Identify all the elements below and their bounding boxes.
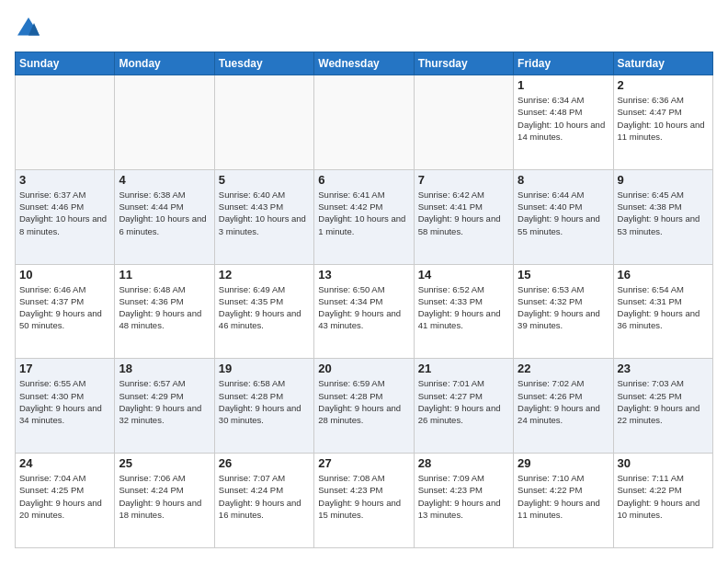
day-info: Sunrise: 7:03 AM Sunset: 4:25 PM Dayligh… [618,377,709,426]
page: SundayMondayTuesdayWednesdayThursdayFrid… [0,0,728,563]
day-info: Sunrise: 7:07 AM Sunset: 4:24 PM Dayligh… [219,472,310,521]
calendar-cell [314,75,414,170]
day-info: Sunrise: 7:02 AM Sunset: 4:26 PM Dayligh… [518,377,609,426]
header [15,15,713,42]
calendar-cell: 28Sunrise: 7:09 AM Sunset: 4:23 PM Dayli… [414,454,513,548]
day-number: 2 [618,78,709,92]
calendar-week-row: 24Sunrise: 7:04 AM Sunset: 4:25 PM Dayli… [16,454,713,548]
day-number: 19 [219,362,310,375]
calendar-cell [16,75,115,170]
day-info: Sunrise: 6:50 AM Sunset: 4:34 PM Dayligh… [318,283,409,332]
day-info: Sunrise: 6:55 AM Sunset: 4:30 PM Dayligh… [19,377,110,426]
calendar-header-row: SundayMondayTuesdayWednesdayThursdayFrid… [16,52,713,75]
day-number: 1 [518,78,609,92]
day-number: 28 [418,456,509,470]
day-number: 26 [219,456,310,470]
day-info: Sunrise: 7:08 AM Sunset: 4:23 PM Dayligh… [318,472,409,521]
calendar-cell: 23Sunrise: 7:03 AM Sunset: 4:25 PM Dayli… [613,359,712,454]
calendar-cell: 21Sunrise: 7:01 AM Sunset: 4:27 PM Dayli… [414,359,513,454]
day-number: 7 [418,173,509,187]
day-number: 13 [318,268,409,282]
day-number: 22 [518,362,609,375]
calendar-cell: 22Sunrise: 7:02 AM Sunset: 4:26 PM Dayli… [514,359,613,454]
day-info: Sunrise: 6:49 AM Sunset: 4:35 PM Dayligh… [219,283,310,332]
calendar-cell: 13Sunrise: 6:50 AM Sunset: 4:34 PM Dayli… [314,264,414,359]
day-info: Sunrise: 6:36 AM Sunset: 4:47 PM Dayligh… [618,94,709,143]
day-info: Sunrise: 7:11 AM Sunset: 4:22 PM Dayligh… [618,472,709,521]
day-number: 3 [19,173,110,187]
calendar-week-row: 1Sunrise: 6:34 AM Sunset: 4:48 PM Daylig… [16,75,713,170]
day-info: Sunrise: 6:42 AM Sunset: 4:41 PM Dayligh… [418,189,509,237]
day-number: 25 [119,456,210,470]
calendar-header-cell: Sunday [16,52,115,75]
calendar-cell: 30Sunrise: 7:11 AM Sunset: 4:22 PM Dayli… [613,454,712,548]
day-number: 20 [318,362,409,375]
calendar-cell: 19Sunrise: 6:58 AM Sunset: 4:28 PM Dayli… [214,359,313,454]
calendar-cell: 25Sunrise: 7:06 AM Sunset: 4:24 PM Dayli… [115,454,214,548]
calendar-header-cell: Wednesday [314,52,414,75]
calendar-cell: 27Sunrise: 7:08 AM Sunset: 4:23 PM Dayli… [314,454,414,548]
calendar-cell: 10Sunrise: 6:46 AM Sunset: 4:37 PM Dayli… [16,264,115,359]
day-number: 17 [19,362,110,375]
day-number: 14 [418,268,509,282]
calendar-cell: 2Sunrise: 6:36 AM Sunset: 4:47 PM Daylig… [613,75,712,170]
day-number: 23 [618,362,709,375]
calendar-cell [214,75,313,170]
day-number: 12 [219,268,310,282]
day-number: 27 [318,456,409,470]
logo [15,15,46,42]
day-number: 29 [518,456,609,470]
logo-icon [15,15,42,42]
calendar-header-cell: Friday [514,52,613,75]
day-number: 5 [219,173,310,187]
day-number: 8 [518,173,609,187]
calendar-cell: 3Sunrise: 6:37 AM Sunset: 4:46 PM Daylig… [16,169,115,264]
day-number: 21 [418,362,509,375]
calendar-cell: 29Sunrise: 7:10 AM Sunset: 4:22 PM Dayli… [514,454,613,548]
day-number: 30 [618,456,709,470]
calendar-cell: 16Sunrise: 6:54 AM Sunset: 4:31 PM Dayli… [613,264,712,359]
day-info: Sunrise: 6:54 AM Sunset: 4:31 PM Dayligh… [618,283,709,332]
day-info: Sunrise: 6:45 AM Sunset: 4:38 PM Dayligh… [618,189,709,237]
day-info: Sunrise: 7:09 AM Sunset: 4:23 PM Dayligh… [418,472,509,521]
calendar-cell: 24Sunrise: 7:04 AM Sunset: 4:25 PM Dayli… [16,454,115,548]
calendar-cell: 17Sunrise: 6:55 AM Sunset: 4:30 PM Dayli… [16,359,115,454]
day-number: 9 [618,173,709,187]
calendar-cell: 14Sunrise: 6:52 AM Sunset: 4:33 PM Dayli… [414,264,513,359]
day-info: Sunrise: 6:58 AM Sunset: 4:28 PM Dayligh… [219,377,310,426]
calendar-cell: 7Sunrise: 6:42 AM Sunset: 4:41 PM Daylig… [414,169,513,264]
calendar-cell [414,75,513,170]
calendar-cell: 26Sunrise: 7:07 AM Sunset: 4:24 PM Dayli… [214,454,313,548]
calendar-cell: 6Sunrise: 6:41 AM Sunset: 4:42 PM Daylig… [314,169,414,264]
calendar-header-cell: Tuesday [214,52,313,75]
day-info: Sunrise: 7:01 AM Sunset: 4:27 PM Dayligh… [418,377,509,426]
calendar-week-row: 10Sunrise: 6:46 AM Sunset: 4:37 PM Dayli… [16,264,713,359]
day-info: Sunrise: 6:40 AM Sunset: 4:43 PM Dayligh… [219,189,310,237]
calendar-table: SundayMondayTuesdayWednesdayThursdayFrid… [15,52,713,548]
calendar-cell: 9Sunrise: 6:45 AM Sunset: 4:38 PM Daylig… [613,169,712,264]
calendar-cell [115,75,214,170]
day-number: 6 [318,173,409,187]
calendar-week-row: 17Sunrise: 6:55 AM Sunset: 4:30 PM Dayli… [16,359,713,454]
calendar-week-row: 3Sunrise: 6:37 AM Sunset: 4:46 PM Daylig… [16,169,713,264]
calendar-header-cell: Thursday [414,52,513,75]
day-info: Sunrise: 7:04 AM Sunset: 4:25 PM Dayligh… [19,472,110,521]
day-info: Sunrise: 6:44 AM Sunset: 4:40 PM Dayligh… [518,189,609,237]
calendar-cell: 5Sunrise: 6:40 AM Sunset: 4:43 PM Daylig… [214,169,313,264]
calendar-cell: 12Sunrise: 6:49 AM Sunset: 4:35 PM Dayli… [214,264,313,359]
day-number: 18 [119,362,210,375]
day-number: 4 [119,173,210,187]
calendar-cell: 20Sunrise: 6:59 AM Sunset: 4:28 PM Dayli… [314,359,414,454]
day-info: Sunrise: 7:10 AM Sunset: 4:22 PM Dayligh… [518,472,609,521]
day-info: Sunrise: 6:37 AM Sunset: 4:46 PM Dayligh… [19,189,110,237]
calendar-cell: 4Sunrise: 6:38 AM Sunset: 4:44 PM Daylig… [115,169,214,264]
day-info: Sunrise: 6:59 AM Sunset: 4:28 PM Dayligh… [318,377,409,426]
day-info: Sunrise: 6:48 AM Sunset: 4:36 PM Dayligh… [119,283,210,332]
day-number: 15 [518,268,609,282]
day-number: 11 [119,268,210,282]
day-info: Sunrise: 6:53 AM Sunset: 4:32 PM Dayligh… [518,283,609,332]
day-info: Sunrise: 6:41 AM Sunset: 4:42 PM Dayligh… [318,189,409,237]
calendar-cell: 1Sunrise: 6:34 AM Sunset: 4:48 PM Daylig… [514,75,613,170]
calendar-header-cell: Saturday [613,52,712,75]
calendar-header-cell: Monday [115,52,214,75]
